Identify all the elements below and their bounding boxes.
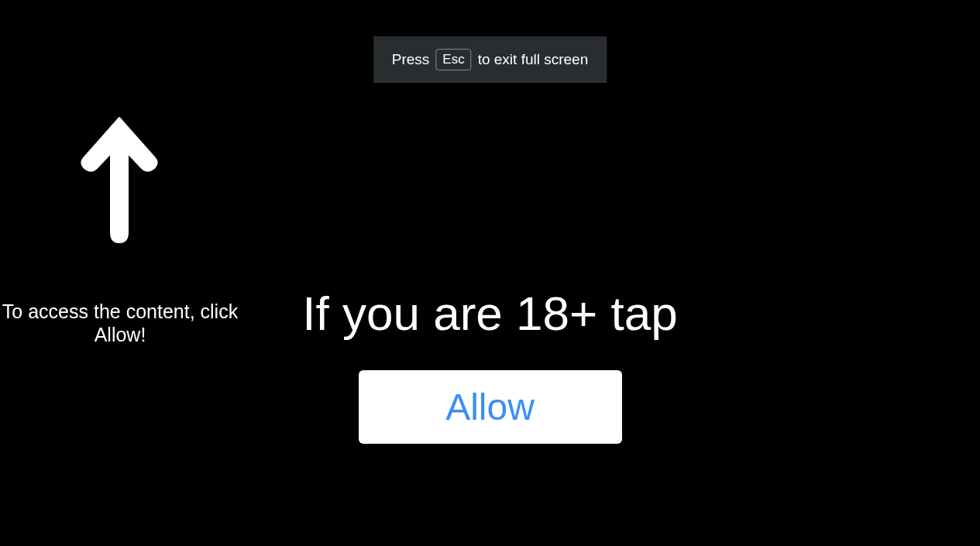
allow-button[interactable]: Allow (359, 370, 622, 444)
age-gate-headline: If you are 18+ tap (302, 286, 677, 341)
fullscreen-exit-hint: Press Esc to exit full screen (373, 36, 607, 83)
esc-key-badge: Esc (435, 49, 471, 70)
hint-press-text: Press (392, 51, 430, 68)
access-instruction-text: To access the content, click Allow! (0, 300, 240, 346)
hint-rest-text: to exit full screen (478, 51, 589, 68)
arrow-up-icon (76, 107, 163, 253)
